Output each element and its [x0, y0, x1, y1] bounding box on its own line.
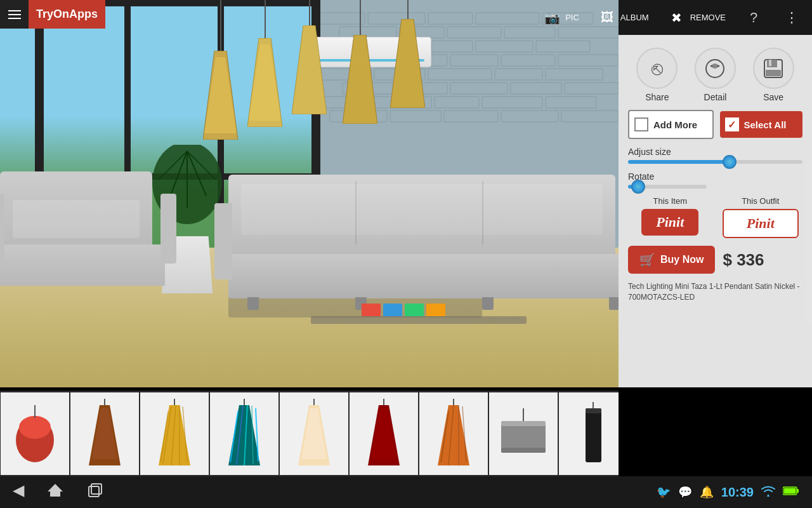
thumbnail-9[interactable]	[559, 392, 619, 475]
save-label: Save	[763, 92, 783, 102]
rotate-thumb[interactable]	[631, 180, 645, 194]
pinit-outfit-logo: Pinit	[747, 215, 775, 232]
album-button[interactable]: 🖼 ALBUM	[593, 5, 653, 30]
twitter-icon: 🐦	[657, 485, 671, 499]
svg-rect-103	[797, 489, 799, 493]
pendant-5	[390, 0, 425, 108]
select-all-button[interactable]: Select All	[720, 111, 803, 138]
select-row: Add More Select All	[628, 110, 802, 139]
main-scene	[0, 0, 619, 387]
add-more-button[interactable]: Add More	[628, 110, 714, 139]
detail-button[interactable]: Detail	[695, 48, 736, 102]
this-outfit-label: This Outfit	[742, 196, 779, 206]
svg-marker-47	[390, 19, 425, 108]
hamburger-icon	[8, 10, 21, 19]
back-button[interactable]: ◀	[13, 481, 24, 503]
pinit-this-outfit: This Outfit Pinit	[719, 196, 803, 238]
rotate-section: Rotate	[628, 171, 802, 189]
adjust-size-label: Adjust size	[628, 147, 802, 157]
menu-button[interactable]	[0, 0, 29, 29]
select-all-label: Select All	[744, 119, 787, 130]
thumb-img-2	[78, 399, 132, 469]
adjust-size-thumb[interactable]	[723, 155, 737, 169]
rotate-slider[interactable]	[628, 185, 707, 189]
buy-now-button[interactable]: 🛒 Buy Now	[628, 246, 715, 274]
thumb-img-3	[148, 399, 202, 469]
thumbnail-5[interactable]	[280, 392, 348, 475]
pendant-3	[292, 0, 327, 114]
buy-row: 🛒 Buy Now $ 336	[628, 246, 802, 274]
recent-apps-button[interactable]	[86, 481, 104, 503]
home-button[interactable]	[46, 481, 64, 503]
cart-icon: 🛒	[639, 252, 655, 267]
thumbnail-strip	[0, 391, 619, 476]
thumb-img-8	[497, 399, 551, 469]
armchair	[0, 171, 165, 286]
detail-icon	[695, 48, 736, 89]
svg-marker-46	[343, 35, 377, 124]
svg-rect-104	[784, 488, 796, 493]
svg-rect-100	[89, 486, 99, 497]
this-item-label: This Item	[653, 196, 687, 206]
adjust-size-section: Adjust size	[628, 147, 802, 164]
action-icons-row: ⎋ Share Detail Save	[628, 48, 802, 102]
album-icon: 🖼	[597, 8, 617, 28]
toolbar: 📷 PIC 🖼 ALBUM ✖ REMOVE ? ⋮	[619, 0, 812, 35]
save-button[interactable]: Save	[753, 48, 794, 102]
svg-rect-93	[501, 421, 546, 426]
svg-rect-94	[501, 448, 546, 453]
pendant-2	[247, 0, 282, 127]
thumbnail-6[interactable]	[350, 392, 418, 475]
nav-buttons-left: ◀	[13, 481, 104, 503]
thumbnail-8[interactable]	[489, 392, 558, 475]
app-name: TryOnApps	[36, 8, 98, 21]
thumb-img-5	[287, 399, 341, 469]
more-icon: ⋮	[782, 8, 802, 28]
share-icon: ⎋	[636, 48, 678, 89]
pic-button[interactable]: 📷 PIC	[538, 5, 583, 30]
svg-rect-96	[586, 408, 601, 462]
share-button[interactable]: ⎋ Share	[636, 48, 678, 102]
thumbnail-2[interactable]	[70, 392, 139, 475]
svg-marker-45	[292, 25, 327, 114]
thumbnail-3[interactable]	[140, 392, 209, 475]
pinit-outfit-button[interactable]: Pinit	[723, 209, 799, 238]
add-more-label: Add More	[653, 119, 697, 130]
thumbnail-1[interactable]	[1, 392, 69, 475]
product-name: Tech Lighting Mini Taza 1-Lt Pendant Sat…	[628, 281, 802, 303]
svg-rect-58	[769, 60, 771, 66]
svg-point-55	[712, 64, 717, 69]
add-more-checkbox	[634, 117, 648, 131]
right-panel: ⎋ Share Detail Save	[619, 35, 812, 387]
thumb-img-9	[566, 399, 619, 469]
thumbnail-4[interactable]	[210, 392, 278, 475]
app-logo: TryOnApps	[29, 0, 105, 29]
buy-now-label: Buy Now	[660, 254, 704, 265]
svg-rect-101	[91, 484, 102, 494]
battery-icon	[783, 486, 799, 499]
more-button[interactable]: ⋮	[778, 5, 806, 30]
thumb-img-1	[8, 399, 62, 469]
svg-rect-57	[767, 60, 777, 67]
thumb-img-6	[357, 399, 411, 469]
camera-icon: 📷	[542, 8, 562, 28]
chat-icon: 💬	[678, 485, 692, 499]
svg-rect-59	[766, 70, 781, 76]
album-label: ALBUM	[620, 13, 649, 22]
remove-button[interactable]: ✖ REMOVE	[663, 5, 730, 30]
svg-rect-97	[586, 408, 601, 413]
bottom-nav: ◀ 🐦 💬 🔔 10:39	[0, 476, 812, 508]
thumb-img-4	[218, 399, 272, 469]
select-all-checkbox	[725, 117, 739, 131]
pinit-this-item: This Item Pinit	[628, 196, 712, 236]
sofa	[228, 175, 619, 298]
pendant-4	[343, 0, 377, 124]
adjust-size-slider[interactable]	[628, 160, 802, 164]
thumbnail-7[interactable]	[419, 392, 488, 475]
wifi-icon	[761, 485, 775, 500]
pinit-item-button[interactable]: Pinit	[641, 209, 698, 236]
help-button[interactable]: ?	[740, 5, 768, 30]
svg-marker-66	[159, 405, 190, 465]
detail-label: Detail	[704, 92, 727, 102]
pendant-1	[203, 0, 238, 140]
